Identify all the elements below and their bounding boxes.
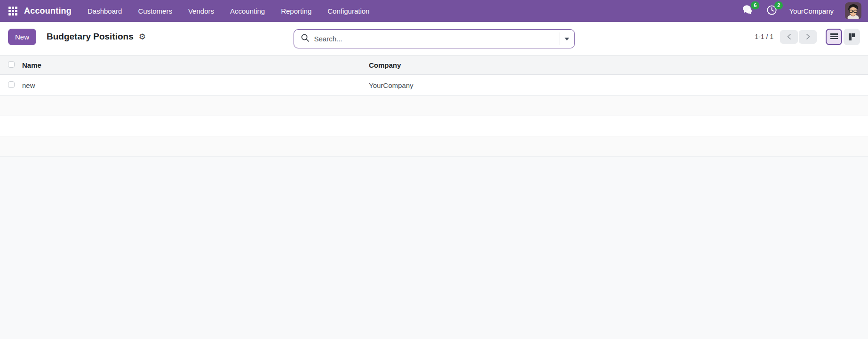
activities-count-badge: 2 — [774, 1, 783, 9]
nav-item-configuration[interactable]: Configuration — [327, 7, 369, 15]
nav-item-dashboard[interactable]: Dashboard — [88, 7, 122, 15]
select-all-checkbox[interactable] — [8, 61, 15, 68]
table-header-row: Name Company — [0, 55, 868, 75]
main-menu: Dashboard Customers Vendors Accounting R… — [88, 7, 369, 15]
list-icon — [830, 33, 838, 40]
row-checkbox[interactable] — [8, 81, 15, 88]
systray: 6 2 YourCompany — [742, 2, 861, 19]
search-dropdown-toggle[interactable] — [559, 32, 574, 45]
pager-range[interactable]: 1-1 / 1 — [755, 33, 773, 40]
nav-item-customers[interactable]: Customers — [138, 7, 172, 15]
empty-row — [0, 116, 868, 136]
list-view-button[interactable] — [826, 29, 842, 45]
column-header-company[interactable]: Company — [369, 61, 868, 69]
chevron-right-icon — [805, 33, 811, 40]
activities-button[interactable]: 2 — [765, 5, 778, 17]
control-panel: New Budgetary Positions ⚙ 1-1 / 1 — [0, 22, 868, 55]
user-avatar[interactable] — [845, 2, 861, 19]
control-panel-right: 1-1 / 1 — [755, 29, 860, 45]
messages-button[interactable]: 6 — [742, 5, 754, 17]
messages-count-badge: 6 — [751, 1, 759, 9]
pager-next-button[interactable] — [799, 30, 817, 44]
company-switcher[interactable]: YourCompany — [789, 7, 834, 15]
kanban-view-button[interactable] — [844, 29, 860, 45]
table-row[interactable]: new YourCompany — [0, 75, 868, 96]
nav-item-accounting[interactable]: Accounting — [230, 7, 265, 15]
chevron-down-icon — [565, 38, 569, 40]
cell-name[interactable]: new — [22, 81, 369, 89]
nav-item-vendors[interactable]: Vendors — [188, 7, 214, 15]
pager-previous-button[interactable] — [780, 30, 798, 44]
kanban-icon — [848, 33, 855, 40]
nav-item-reporting[interactable]: Reporting — [281, 7, 311, 15]
apps-menu-icon[interactable] — [8, 7, 17, 16]
page-title: Budgetary Positions — [47, 32, 134, 42]
search-bar — [294, 29, 575, 48]
list-view: Name Company new YourCompany — [0, 55, 868, 339]
search-input[interactable] — [310, 30, 559, 48]
app-name[interactable]: Accounting — [24, 6, 72, 16]
content-background — [0, 157, 868, 339]
empty-row — [0, 136, 868, 157]
new-button[interactable]: New — [8, 29, 36, 45]
chevron-left-icon — [787, 33, 792, 40]
view-switcher — [826, 29, 860, 45]
search-icon — [294, 33, 310, 44]
cog-menu-icon[interactable]: ⚙ — [139, 33, 146, 41]
cell-company[interactable]: YourCompany — [369, 81, 868, 89]
empty-row — [0, 96, 868, 116]
column-header-name[interactable]: Name — [22, 61, 369, 69]
top-navbar: Accounting Dashboard Customers Vendors A… — [0, 0, 868, 22]
